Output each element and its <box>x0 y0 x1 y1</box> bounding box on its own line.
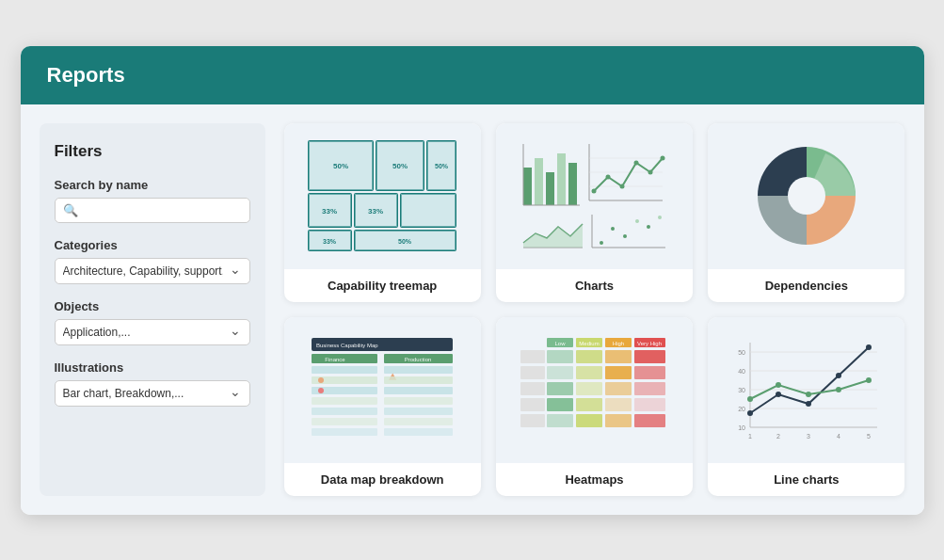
svg-text:50: 50 <box>738 349 745 356</box>
svg-text:Finance: Finance <box>325 357 345 362</box>
svg-text:Very High: Very High <box>637 341 662 346</box>
card-label-data-map-breakdown: Data map breakdown <box>284 463 481 496</box>
svg-text:50%: 50% <box>435 163 449 169</box>
card-label-dependencies: Dependencies <box>708 269 904 302</box>
svg-text:4: 4 <box>837 433 840 440</box>
data-map-icon: Business Capability Map Finance Producti… <box>307 333 457 446</box>
svg-text:33%: 33% <box>322 207 337 216</box>
svg-rect-98 <box>634 382 665 395</box>
reports-grid: 50% 50% 50% 33% 33% <box>284 123 905 496</box>
svg-rect-101 <box>576 398 602 411</box>
svg-point-36 <box>606 175 611 180</box>
svg-point-52 <box>788 177 825 215</box>
app-window: Reports Filters Search by name 🔍 Categor… <box>21 46 924 515</box>
filters-title: Filters <box>55 142 250 161</box>
svg-rect-94 <box>520 382 545 395</box>
illustrations-select-wrapper[interactable]: Bar chart, Breakdown,... <box>55 380 250 407</box>
svg-rect-85 <box>547 350 573 363</box>
svg-text:50%: 50% <box>333 162 348 170</box>
svg-rect-99 <box>520 398 545 411</box>
svg-point-37 <box>620 184 625 189</box>
svg-point-128 <box>836 373 841 378</box>
svg-point-132 <box>806 392 811 397</box>
svg-text:33%: 33% <box>323 238 337 245</box>
svg-rect-60 <box>384 366 453 374</box>
svg-text:10: 10 <box>738 424 745 431</box>
svg-point-131 <box>776 382 781 388</box>
treemap-icon: 50% 50% 50% 33% 33% <box>307 139 457 252</box>
svg-rect-97 <box>605 382 632 395</box>
svg-text:3: 3 <box>807 433 810 440</box>
objects-select[interactable]: Application,... <box>55 319 250 345</box>
svg-point-46 <box>611 227 615 231</box>
svg-rect-25 <box>546 172 554 205</box>
svg-rect-87 <box>605 350 632 363</box>
svg-text:30: 30 <box>738 387 745 393</box>
svg-rect-64 <box>384 376 453 384</box>
svg-point-39 <box>648 170 653 175</box>
svg-text:Production: Production <box>405 357 432 362</box>
objects-select-wrapper[interactable]: Application,... <box>55 319 250 345</box>
card-line-charts[interactable]: 10 20 30 40 50 1 2 3 4 5 <box>708 317 904 496</box>
svg-point-129 <box>866 344 872 350</box>
search-label: Search by name <box>55 178 250 192</box>
svg-rect-23 <box>523 168 532 205</box>
card-heatmaps[interactable]: Low Medium High Very High <box>496 317 693 496</box>
svg-point-133 <box>836 387 841 392</box>
card-capability-treemap[interactable]: 50% 50% 50% 33% 33% <box>284 123 481 302</box>
svg-point-67 <box>318 388 324 393</box>
categories-label: Categories <box>55 238 250 252</box>
svg-rect-84 <box>520 350 545 363</box>
illustrations-label: Illustrations <box>55 360 250 375</box>
svg-text:Business Capability Map: Business Capability Map <box>316 343 378 348</box>
card-data-map-breakdown[interactable]: Business Capability Map Finance Producti… <box>284 317 481 496</box>
search-box[interactable]: 🔍 <box>55 198 250 223</box>
svg-point-125 <box>747 410 753 416</box>
card-label-heatmaps: Heatmaps <box>496 463 693 496</box>
svg-rect-91 <box>576 366 602 379</box>
charts-icon <box>519 139 669 252</box>
svg-text:50%: 50% <box>392 162 408 170</box>
svg-point-134 <box>866 377 872 383</box>
categories-select[interactable]: Architecture, Capability, support, ... <box>55 258 250 284</box>
svg-rect-73 <box>384 418 453 425</box>
svg-rect-75 <box>384 428 453 436</box>
svg-rect-107 <box>605 414 632 427</box>
illustrations-select[interactable]: Bar chart, Breakdown,... <box>55 380 250 407</box>
svg-rect-22 <box>401 194 456 227</box>
svg-rect-93 <box>634 366 665 379</box>
svg-rect-106 <box>576 414 602 427</box>
svg-point-126 <box>776 392 781 397</box>
search-icon: 🔍 <box>63 203 78 217</box>
svg-point-38 <box>634 161 639 166</box>
svg-rect-68 <box>312 397 377 405</box>
card-charts[interactable]: Charts <box>496 123 693 302</box>
svg-rect-24 <box>535 158 543 205</box>
card-dependencies[interactable]: Dependencies <box>708 123 904 302</box>
categories-select-wrapper[interactable]: Architecture, Capability, support, ... <box>55 258 250 284</box>
svg-point-40 <box>661 156 665 161</box>
svg-text:5: 5 <box>867 433 871 440</box>
svg-rect-66 <box>384 387 453 394</box>
svg-rect-72 <box>312 418 377 425</box>
search-input[interactable] <box>82 203 242 217</box>
line-charts-icon: 10 20 30 40 50 1 2 3 4 5 <box>731 333 882 446</box>
svg-rect-104 <box>520 414 545 427</box>
card-label-charts: Charts <box>496 269 693 302</box>
svg-rect-102 <box>605 398 632 411</box>
svg-rect-96 <box>576 382 602 395</box>
svg-rect-89 <box>520 366 545 379</box>
svg-rect-88 <box>634 350 665 363</box>
svg-text:50%: 50% <box>398 238 412 245</box>
svg-text:40: 40 <box>738 368 745 375</box>
card-label-capability-treemap: Capability treemap <box>284 269 481 302</box>
svg-text:33%: 33% <box>368 207 383 216</box>
svg-point-130 <box>747 396 753 402</box>
card-preview-charts <box>496 123 693 269</box>
svg-rect-103 <box>634 398 665 411</box>
svg-rect-92 <box>605 366 632 379</box>
svg-point-45 <box>600 241 603 245</box>
svg-rect-69 <box>384 397 453 405</box>
svg-point-62 <box>318 377 324 383</box>
svg-rect-90 <box>547 366 573 379</box>
